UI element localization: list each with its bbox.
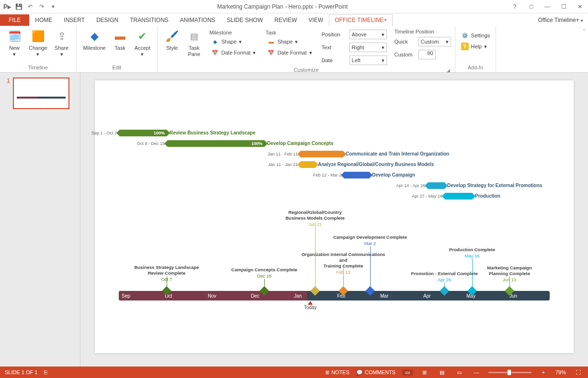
spellcheck-icon[interactable]: ⎘ <box>44 369 47 375</box>
ribbon-display-icon[interactable]: ▢ <box>523 0 539 13</box>
accept-button[interactable]: ✔Accept▾ <box>132 28 154 58</box>
share-icon: ⇪ <box>54 29 69 44</box>
quick-dropdown[interactable]: Custom▾ <box>418 37 451 46</box>
accept-icon: ✔ <box>135 29 150 44</box>
window-title: Marketing Campaign Plan - Hero.pptx - Po… <box>58 3 507 10</box>
tab-insert[interactable]: INSERT <box>58 14 90 26</box>
calendar-icon: 📅 <box>211 49 219 56</box>
task-shape-button[interactable]: ▬Shape ▾ <box>265 37 314 46</box>
task-name: Review Business Strategy Landscape <box>170 130 256 135</box>
thumb-number: 1 <box>7 78 10 109</box>
undo-icon[interactable]: ↶ <box>25 1 35 12</box>
save-icon[interactable]: 💾 <box>13 1 24 12</box>
tab-slideshow[interactable]: SLIDE SHOW <box>221 14 269 26</box>
fit-to-window-icon[interactable]: ⛶ <box>573 369 583 375</box>
settings-button[interactable]: ⚙️Settings <box>459 31 492 40</box>
month-label: Nov <box>205 291 248 300</box>
tab-design[interactable]: DESIGN <box>90 14 124 26</box>
close-button[interactable]: ✕ <box>572 0 588 13</box>
text-dropdown[interactable]: Right▾ <box>350 43 387 52</box>
new-icon: 🗓️ <box>7 29 22 44</box>
task-dateformat-button[interactable]: 📅Date Format ▾ <box>265 48 314 57</box>
today-triangle-icon <box>308 301 313 305</box>
task-bar[interactable]: Jan 11 - Jan 21 Analyze Regional/Global/… <box>301 161 315 168</box>
date-dropdown[interactable]: Left▾ <box>350 56 387 65</box>
new-button[interactable]: 🗓️New▾ <box>4 28 25 58</box>
qat-customize-icon[interactable]: ▼ <box>48 1 58 12</box>
milestone-button[interactable]: ◆Milestone <box>80 28 109 52</box>
group-customize-label: Customize <box>294 66 318 74</box>
help-button-ribbon[interactable]: ?Help ▾ <box>459 42 492 51</box>
task-bar[interactable]: Oct 8 - Dec 15 100% Develop Campaign Con… <box>168 140 264 147</box>
task-bar[interactable]: Apr 27 - May 16 Production <box>445 192 472 200</box>
tab-office-timeline[interactable]: OFFICE TIMELINE+ <box>329 14 393 26</box>
custom-input[interactable]: 80 <box>418 50 436 59</box>
timeline-position-label: Timeline Position <box>395 29 451 34</box>
milestone-icon: ◆ <box>87 29 102 44</box>
task-bar[interactable]: Jan 11 - Feb 11 Communicate and Train In… <box>301 150 343 157</box>
slide-thumbnail-1[interactable] <box>13 78 69 109</box>
slide-thumbnails: 1 <box>0 73 80 367</box>
comments-button[interactable]: 💬COMMENTS <box>356 369 396 376</box>
task-button[interactable]: ▬Task <box>110 28 131 52</box>
task-bar[interactable]: Apr 14 - Apr 26 Develop Strategy for Ext… <box>428 182 444 189</box>
ribbon: 🗓️New▾ 🟧Change▾ ⇪Share▾ Timeline ◆Milest… <box>0 26 588 73</box>
collapse-ribbon-icon[interactable]: ˆ <box>583 29 585 35</box>
task-name: Develop Campaign Concepts <box>267 141 333 146</box>
chevron-down-icon: ▾ <box>581 18 583 23</box>
calendar-icon: 📅 <box>267 49 275 56</box>
tab-view[interactable]: VIEW <box>303 14 329 26</box>
milestone-label: Production CompleteMay 16 <box>429 247 515 259</box>
month-label: Jun <box>507 291 550 300</box>
shape-icon: ▬ <box>267 38 275 45</box>
help-button[interactable]: ? <box>507 0 523 13</box>
help-icon: ? <box>461 43 469 50</box>
slide-1[interactable]: Sep 1 - Oct 7 100% Review Business Strat… <box>95 80 574 353</box>
tab-home[interactable]: HOME <box>29 14 58 26</box>
task-percent: 100% <box>251 140 262 147</box>
change-button[interactable]: 🟧Change▾ <box>26 28 50 58</box>
share-button[interactable]: ⇪Share▾ <box>51 28 72 58</box>
notes-button[interactable]: ≣NOTES <box>325 369 350 376</box>
group-edit-label: Edit <box>112 64 121 71</box>
zoom-level[interactable]: 79% <box>555 369 566 375</box>
tab-review[interactable]: REVIEW <box>269 14 303 26</box>
position-dropdown[interactable]: Above▾ <box>350 30 387 39</box>
task-bar[interactable]: Sep 1 - Oct 7 100% Review Business Strat… <box>120 129 167 136</box>
minimize-button[interactable]: — <box>539 0 555 13</box>
tab-animations[interactable]: ANIMATIONS <box>174 14 221 26</box>
milestone-dateformat-button[interactable]: 📅Date Format ▾ <box>209 48 258 57</box>
slide-canvas[interactable]: Sep 1 - Oct 7 100% Review Business Strat… <box>80 73 588 367</box>
dialog-launcher-icon[interactable]: ◢ <box>447 68 450 73</box>
slide-sorter-icon[interactable]: ⊞ <box>419 369 430 376</box>
gear-icon: ⚙️ <box>461 32 469 39</box>
milestone-label: Campaign Development CompleteMar 2 <box>327 234 413 246</box>
redo-icon[interactable]: ↷ <box>36 1 47 12</box>
task-dates: Feb 12 - Mar 2 <box>313 173 341 178</box>
tab-transitions[interactable]: TRANSITIONS <box>124 14 174 26</box>
tab-file[interactable]: FILE <box>0 14 29 26</box>
task-dates: Apr 14 - Apr 26 <box>396 183 425 188</box>
zoom-out-button[interactable]: — <box>471 369 482 375</box>
reading-view-icon[interactable]: ▤ <box>437 369 447 376</box>
zoom-in-button[interactable]: + <box>538 369 549 375</box>
normal-view-icon[interactable]: ▭ <box>402 369 413 376</box>
zoom-slider[interactable] <box>488 372 531 373</box>
task-dates: Apr 27 - May 16 <box>412 194 442 199</box>
task-bar[interactable]: Feb 12 - Mar 2 Develop Campaign <box>344 171 369 178</box>
powerpoint-icon: P▸ <box>2 1 12 12</box>
slideshow-view-icon[interactable]: ▭ <box>454 369 464 376</box>
tab-office-timeline-right[interactable]: Office Timeline+ ▾ <box>533 14 588 26</box>
milestone-label: Campaign Concepts CompleteDec 15 <box>221 267 307 279</box>
timeline-axis: SepOctNovDecJanFebMarAprMayJun <box>119 291 550 300</box>
task-pane-button[interactable]: ▤Task Pane <box>183 28 204 58</box>
style-button[interactable]: 🖌️Style <box>161 28 182 52</box>
milestone-shape-button[interactable]: ◆Shape ▾ <box>209 37 258 46</box>
shape-icon: ◆ <box>211 38 219 45</box>
style-icon: 🖌️ <box>164 29 180 44</box>
quick-label: Quick <box>395 39 416 44</box>
milestone-group-label: Milestone <box>209 30 258 35</box>
month-label: Sep <box>119 291 162 300</box>
maximize-button[interactable]: ☐ <box>555 0 572 13</box>
task-percent: 100% <box>154 130 165 136</box>
